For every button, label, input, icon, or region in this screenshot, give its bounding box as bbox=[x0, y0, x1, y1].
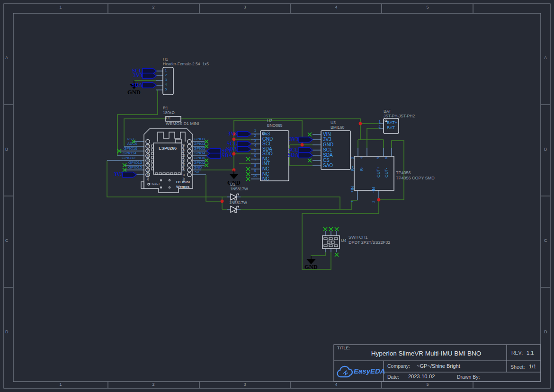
rev-label: REV: bbox=[511, 350, 523, 356]
d1-part: 1N5817W bbox=[230, 187, 248, 191]
net-label[interactable]: GPIO4 bbox=[194, 151, 205, 155]
border-row-label: C bbox=[5, 239, 9, 243]
drawn-by-label: Drawn By: bbox=[457, 374, 480, 380]
border-col-label: 3 bbox=[241, 383, 249, 387]
wemos-reset-label: RESET bbox=[151, 182, 160, 185]
u2-pin-number: 7 bbox=[252, 159, 259, 162]
u3-pin-name: 3V3 bbox=[323, 137, 331, 143]
net-flag-label[interactable]: SDA bbox=[219, 146, 237, 151]
net-label[interactable]: GPIO5 bbox=[194, 147, 205, 151]
u2-pin-name: SCL bbox=[262, 142, 271, 147]
u3-part: BMI160 bbox=[331, 125, 344, 130]
h1-footprint: Header-Female-2.54_1x5 bbox=[163, 62, 209, 66]
border-col-label: 5 bbox=[424, 5, 431, 9]
u2-part: BNO085 bbox=[267, 124, 283, 128]
r1-ref: R1 bbox=[163, 106, 168, 110]
d1-ref: D1 bbox=[230, 182, 235, 187]
u2-pin-number: 9 bbox=[252, 169, 259, 173]
border-col-label: 4 bbox=[332, 383, 340, 387]
u2-pin-name: NC bbox=[262, 177, 269, 182]
bat-pin-name: BAT- bbox=[387, 126, 396, 130]
tp4056-pin-number: 6 bbox=[384, 157, 388, 159]
tp4056-pin-number: 2 bbox=[372, 201, 375, 203]
sheet-label: Sheet: bbox=[510, 365, 525, 370]
border-col-label: 1 bbox=[57, 383, 64, 387]
tp4056-pin-name: OUT- bbox=[384, 168, 389, 178]
u2-pin-name: NC bbox=[262, 167, 269, 172]
net-flag-label[interactable]: SDA bbox=[222, 152, 232, 158]
border-row-label: D bbox=[544, 330, 547, 334]
border-row-label: A bbox=[5, 56, 8, 60]
wemos-pad-label: RX bbox=[183, 149, 186, 152]
net-label[interactable]: GPIO2 bbox=[194, 161, 205, 165]
u3-pin-name: SAO bbox=[323, 163, 333, 169]
net-flag-label[interactable]: 3V3 bbox=[219, 131, 237, 136]
wemos-pad-label: D1 bbox=[183, 154, 186, 157]
net-flag-label[interactable]: SDA bbox=[281, 152, 299, 158]
border-row-label: D bbox=[5, 330, 9, 334]
date-value: 2023-10-02 bbox=[408, 374, 435, 380]
net-flag-icon[interactable] bbox=[123, 69, 313, 178]
wemos-pad-label: 5V bbox=[183, 178, 186, 181]
u2-pin-number: 8 bbox=[252, 164, 259, 168]
h1-pin-number: 3 bbox=[165, 78, 167, 82]
wemos-pad-label: D4 bbox=[183, 168, 186, 171]
u3-pin-name: SDA bbox=[323, 153, 333, 158]
company-label: Company: bbox=[387, 364, 410, 369]
border-row-label: B bbox=[544, 147, 547, 151]
tp4056-pin-name: +IN bbox=[350, 186, 355, 192]
net-label[interactable]: GPIO3 bbox=[194, 142, 205, 146]
net-label[interactable]: GND bbox=[194, 166, 202, 169]
switch-name: SWITCH1 bbox=[348, 235, 368, 240]
wemos-pad-label: TX bbox=[183, 144, 186, 148]
d1-part2: 1N5817W bbox=[229, 201, 247, 205]
r1-value: 180kΩ bbox=[163, 111, 175, 115]
net-label[interactable]: 5V bbox=[195, 170, 199, 174]
u2-pin-number: 2 bbox=[252, 134, 259, 138]
h1-pin-number: 4 bbox=[165, 83, 167, 87]
sheet-border bbox=[4, 4, 550, 388]
border-col-label: 2 bbox=[150, 5, 157, 9]
border-row-label: A bbox=[544, 56, 547, 60]
wemos-pad-label: D7 bbox=[147, 168, 150, 171]
bat-pin-name: BAT+ bbox=[387, 121, 397, 125]
u2-pin-number: 10 bbox=[251, 174, 259, 178]
switch-symbol[interactable] bbox=[322, 236, 340, 249]
u2-pin-number: 6 bbox=[252, 154, 259, 158]
net-flag-label[interactable]: 3V3 bbox=[125, 72, 143, 78]
border-row-label: C bbox=[544, 239, 547, 243]
h1-ref: H1 bbox=[163, 57, 168, 62]
border-col-label: 2 bbox=[150, 383, 157, 387]
switch-part: DPDT 2P2T/SS22F32 bbox=[348, 241, 390, 245]
schematic-canvas bbox=[0, 0, 554, 392]
wemos-pad-label: D8 bbox=[147, 173, 150, 176]
rev-value: 1.1 bbox=[527, 350, 534, 356]
net-flag-label[interactable]: 3V3 bbox=[105, 171, 123, 177]
tp4056-pin-name: -IN bbox=[372, 187, 376, 193]
wemos-ref: U1 bbox=[166, 116, 171, 120]
switch-ref: U4 bbox=[341, 239, 347, 243]
u2-pin-name: SDO bbox=[262, 151, 273, 157]
u3-ref: U3 bbox=[331, 121, 336, 125]
company-value: ~GP~/Shine Bright bbox=[417, 364, 460, 369]
wemos-pad-label: RST bbox=[147, 143, 150, 148]
u3-pin-name: VIN bbox=[323, 132, 331, 137]
net-label[interactable]: GPIO0 bbox=[194, 156, 205, 160]
u2-pin-name: 3v3 bbox=[262, 132, 270, 137]
wemos-board-text: Wemos bbox=[176, 185, 189, 189]
bat-part: JST-PH-JST-PH2 bbox=[384, 114, 415, 118]
net-flag-label[interactable]: 3V3 bbox=[281, 136, 299, 142]
net-flag-label[interactable]: SDA bbox=[125, 82, 143, 88]
tp4056-pin-name: B+ bbox=[351, 166, 355, 171]
easyeda-logo-icon bbox=[338, 366, 352, 377]
tp4056-pin-number: 5 bbox=[376, 157, 380, 159]
h1-pin-number: 5 bbox=[165, 88, 167, 91]
net-label[interactable]: GPIO1 bbox=[194, 137, 205, 141]
bat-pin-number: 2 bbox=[377, 125, 381, 129]
h1-pin-number: 2 bbox=[165, 73, 167, 77]
u2-pin-number: 3 bbox=[252, 139, 259, 143]
wemos-pad-label: A0 bbox=[147, 149, 150, 152]
border-col-label: 3 bbox=[241, 5, 249, 9]
reset-button-icon bbox=[148, 183, 150, 185]
schematic-sheet: 1 2 3 4 5 1 2 3 4 5 A B C D A B C D TITL… bbox=[0, 0, 554, 392]
